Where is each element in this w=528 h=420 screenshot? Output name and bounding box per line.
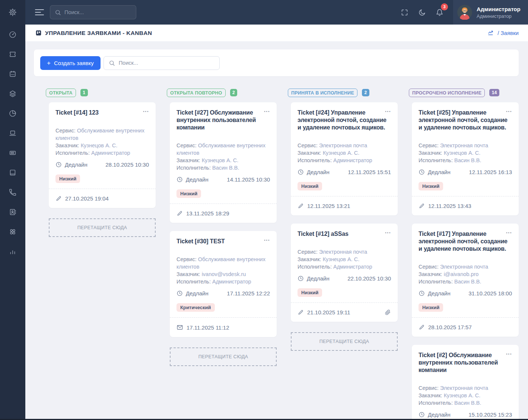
ticket-title: Ticket [#14] 123 — [55, 108, 149, 116]
ticket-card[interactable]: Ticket [#27] Обслуживание внутренних пол… — [170, 102, 277, 223]
sidebar-item-shapes-icon[interactable] — [0, 222, 25, 241]
user-menu[interactable]: Администратор Администратор — [453, 0, 528, 25]
ticket-assignee: Исполнитель: Васин В.В. — [176, 164, 270, 171]
fullscreen-icon[interactable] — [401, 9, 408, 16]
column-count-badge: 1 — [80, 89, 88, 97]
card-menu-button[interactable]: ... — [506, 350, 512, 355]
sidebar-item-book-icon[interactable] — [0, 163, 25, 182]
ticket-card[interactable]: Ticket [#14] 123 ... Сервис: Обслуживани… — [49, 102, 156, 208]
priority-badge: Низкий — [176, 189, 201, 198]
sidebar — [0, 0, 25, 420]
search-icon — [55, 9, 61, 16]
sidebar-item-calendar-icon[interactable] — [0, 64, 25, 84]
ticket-card[interactable]: Ticket [#17] Управление электронной почт… — [412, 224, 519, 337]
drop-zone[interactable]: ПЕРЕТАЩИТЕ СЮДА — [291, 332, 398, 351]
drop-zone[interactable]: ПЕРЕТАЩИТЕ СЮДА — [49, 218, 156, 237]
create-ticket-button[interactable]: + Создать заявку — [40, 56, 101, 70]
clock-icon — [419, 169, 425, 175]
card-footer: 27.10.2025 19:04 — [49, 189, 156, 208]
kanban-board-icon — [35, 30, 42, 36]
user-name: Администратор — [477, 6, 521, 12]
ticket-card[interactable]: Ticket [#25] Управление электронной почт… — [412, 102, 519, 215]
ticket-customer: Заказчик: Кузнецов А. С. — [419, 149, 512, 157]
ticket-deadline: Дедлайн 31.10.2025 18:00 — [419, 290, 512, 296]
topbar-right: 3 Администратор Администратор — [401, 0, 528, 25]
card-footer: 12.11.2025 13:21 — [291, 196, 398, 215]
card-footer: 12.11.2025 13:43 — [412, 196, 519, 215]
ticket-card[interactable]: Ticket [#30] TEST ... Сервис: Обслуживан… — [170, 231, 277, 337]
card-menu-button[interactable]: ... — [506, 108, 512, 113]
kanban-board: ОТКРЫТА 1 Ticket [#14] 123 ... Сервис: О… — [46, 89, 519, 420]
sidebar-item-barcode-icon[interactable] — [0, 143, 25, 163]
ticket-deadline: Дедлайн 12.11.2025 16:13 — [419, 169, 512, 175]
page-title-bar: УПРАВЛЕНИЕ ЗАЯВКАМИ - KANBAN / Заявки — [25, 25, 528, 41]
column-status-pill[interactable]: ОТКРЫТА ПОВТОРНО — [167, 89, 226, 97]
sidebar-item-bar-chart-icon[interactable] — [0, 241, 25, 261]
ticket-deadline: Дедлайн 28.10.2025 10:30 — [55, 161, 149, 168]
column-cards: Ticket [#14] 123 ... Сервис: Обслуживани… — [46, 102, 156, 237]
ticket-card[interactable]: Ticket [#2] Обслуживание внутренних поль… — [412, 345, 519, 420]
board-search[interactable] — [104, 56, 220, 70]
board-search-input[interactable] — [119, 60, 214, 66]
column-header: ОТКРЫТА ПОВТОРНО 2 — [167, 89, 277, 97]
ticket-customer: Заказчик: i@aivanob.pro — [419, 270, 512, 278]
ticket-service: Сервис: Обслуживание внутренних клиентов — [176, 256, 270, 270]
card-menu-button[interactable]: ... — [385, 229, 391, 234]
sidebar-item-pie-chart-icon[interactable] — [0, 103, 25, 123]
drop-zone[interactable]: ПЕРЕТАЩИТЕ СЮДА — [170, 347, 277, 366]
sidebar-item-layers-icon[interactable] — [0, 84, 25, 103]
sidebar-nav — [0, 25, 25, 261]
sidebar-item-phone-icon[interactable] — [0, 182, 25, 202]
ticket-customer: Заказчик: Кузнецов А. С. — [298, 256, 391, 263]
column-status-pill[interactable]: ПРИНЯТА В ИСПОЛНЕНИЕ — [288, 89, 357, 97]
menu-toggle-icon[interactable] — [35, 9, 44, 16]
breadcrumb[interactable]: / Заявки — [487, 29, 519, 37]
ticket-assignee: Исполнитель: Васин В.В. — [419, 157, 512, 164]
sidebar-item-address-book-icon[interactable] — [0, 202, 25, 222]
card-footer: 28.10.2025 17:57 — [412, 317, 519, 337]
kanban-column: ПРОСРОЧЕНО ИСПОЛНЕНИЕ 14 Ticket [#25] Уп… — [409, 89, 519, 420]
notifications-bell-icon[interactable]: 3 — [436, 9, 443, 16]
card-menu-button[interactable]: ... — [264, 108, 270, 113]
clock-icon — [298, 169, 304, 175]
clock-icon — [419, 411, 425, 418]
column-status-pill[interactable]: ПРОСРОЧЕНО ИСПОЛНЕНИЕ — [409, 89, 485, 97]
ticket-service: Сервис: Обслуживание внутренних клиентов — [176, 142, 270, 157]
card-menu-button[interactable]: ... — [143, 108, 149, 113]
ticket-service: Сервис: Электронная почта — [419, 142, 512, 149]
column-header: ПРИНЯТА В ИСПОЛНЕНИЕ 2 — [288, 89, 398, 97]
card-menu-button[interactable]: ... — [506, 229, 512, 234]
pencil-icon — [419, 203, 425, 209]
ticket-service: Сервис: Электронная почта — [419, 263, 512, 270]
column-count-badge: 14 — [489, 89, 499, 97]
priority-badge: Низкий — [298, 288, 322, 297]
sidebar-item-gauge-icon[interactable] — [0, 25, 25, 44]
card-menu-button[interactable]: ... — [264, 236, 270, 241]
topbar-search[interactable] — [50, 5, 136, 19]
dark-mode-moon-icon[interactable] — [418, 9, 426, 16]
sidebar-item-laptop-icon[interactable] — [0, 123, 25, 143]
card-menu-button[interactable]: ... — [385, 108, 391, 113]
ticket-card[interactable]: Ticket [#24] Управление электронной почт… — [291, 102, 398, 215]
pencil-icon — [298, 309, 304, 315]
column-cards: Ticket [#27] Обслуживание внутренних пол… — [167, 102, 277, 366]
pencil-icon — [419, 324, 425, 330]
topbar-search-input[interactable] — [64, 9, 131, 15]
priority-badge: Низкий — [298, 182, 322, 190]
ticket-customer: Заказчик: Кузнецов А. С. — [298, 149, 391, 157]
sidebar-item-ticket-icon[interactable] — [0, 44, 25, 64]
ticket-service: Сервис: Электронная почта — [298, 248, 391, 256]
card-footer: 21.10.2025 19:11 — [291, 302, 398, 322]
board-toolbar: + Создать заявку — [34, 49, 519, 76]
card-footer-date: 12.11.2025 13:43 — [428, 203, 471, 209]
ticket-title: Ticket [#17] Управление электронной почт… — [419, 230, 512, 253]
clock-icon — [298, 275, 304, 282]
search-icon — [109, 60, 115, 66]
column-header: ОТКРЫТА 1 — [46, 89, 156, 97]
ticket-customer: Заказчик: Кузнецов А. С. — [176, 157, 270, 164]
settings-gear-icon[interactable] — [0, 0, 25, 25]
column-status-pill[interactable]: ОТКРЫТА — [46, 89, 76, 97]
column-header: ПРОСРОЧЕНО ИСПОЛНЕНИЕ 14 — [409, 89, 519, 97]
priority-badge: Низкий — [419, 303, 443, 312]
ticket-card[interactable]: Ticket [#12] aSSas ... Сервис: Электронн… — [291, 224, 398, 322]
